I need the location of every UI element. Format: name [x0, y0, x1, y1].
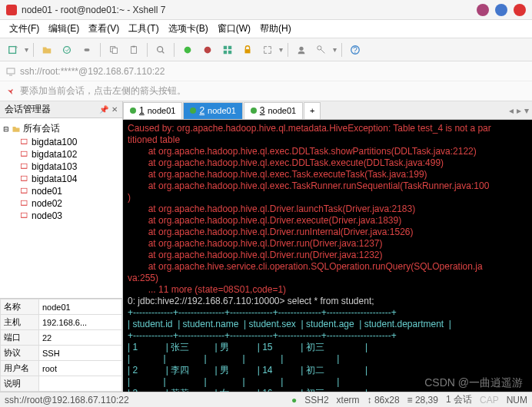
svg-point-10: [204, 46, 211, 53]
tab-list-icon[interactable]: ▾: [524, 105, 529, 116]
svg-rect-13: [224, 50, 227, 53]
status-dot-icon: [130, 108, 136, 114]
menu-window[interactable]: 窗口(W): [213, 21, 255, 37]
svg-rect-33: [22, 200, 28, 205]
copy-icon[interactable]: [105, 41, 122, 58]
session-item[interactable]: node03: [3, 210, 119, 222]
window-title: node01 - root@node01:~ - Xshell 7: [22, 5, 470, 15]
connect-icon[interactable]: [58, 41, 75, 58]
prop-key: 说明: [1, 376, 39, 392]
title-bar: node01 - root@node01:~ - Xshell 7: [0, 0, 532, 20]
prop-value: [39, 376, 122, 392]
grid-icon[interactable]: [219, 41, 236, 58]
close-panel-icon[interactable]: ✕: [111, 105, 118, 114]
tab-nav: ◂ ▸ ▾: [506, 105, 532, 116]
session-item[interactable]: bigdata104: [3, 173, 119, 185]
expand-icon[interactable]: [259, 41, 276, 58]
color1-icon[interactable]: [179, 41, 196, 58]
paste-icon[interactable]: [125, 41, 142, 58]
terminal-output[interactable]: Caused by: org.apache.hadoop.hive.ql.met…: [123, 120, 532, 392]
svg-rect-12: [228, 45, 231, 48]
profile-icon[interactable]: [293, 41, 310, 58]
prop-value: SSH: [39, 346, 122, 361]
properties-panel: 名称node01主机192.168.6...端口22协议SSH用户名root说明: [0, 298, 122, 392]
prop-value: 192.168.6...: [39, 315, 122, 330]
prop-value: node01: [39, 299, 122, 315]
tab-node01[interactable]: 1 node01: [123, 102, 182, 119]
panel-title: 会话管理器: [5, 103, 96, 116]
svg-point-7: [158, 46, 163, 51]
svg-rect-15: [245, 49, 251, 53]
status-ssh: SSH2: [304, 395, 328, 405]
dropdown-icon[interactable]: ▾: [333, 45, 337, 54]
svg-rect-31: [22, 188, 28, 193]
svg-rect-0: [9, 46, 16, 53]
session-item[interactable]: bigdata102: [3, 148, 119, 160]
help-icon[interactable]: ?: [347, 41, 364, 58]
menu-view[interactable]: 查看(V): [84, 21, 124, 37]
svg-rect-14: [228, 50, 231, 53]
menu-edit[interactable]: 编辑(E): [44, 21, 84, 37]
svg-rect-6: [132, 45, 135, 47]
menu-tabs[interactable]: 选项卡(B): [164, 21, 213, 37]
close-icon[interactable]: [514, 4, 526, 16]
pin-icon[interactable]: [6, 87, 15, 96]
status-connection: ssh://root@192.168.67.110:22: [5, 395, 129, 405]
svg-point-1: [64, 46, 71, 53]
tab-node01[interactable]: 2 node01: [183, 102, 242, 119]
svg-text:?: ?: [353, 45, 357, 54]
prop-key: 主机: [1, 315, 39, 330]
address-text[interactable]: ssh://root:*****@192.168.67.110:22: [20, 66, 165, 77]
keys-icon[interactable]: [313, 41, 330, 58]
tab-prev-icon[interactable]: ◂: [509, 105, 514, 116]
add-tab-button[interactable]: +: [304, 102, 321, 119]
search-icon[interactable]: [152, 41, 169, 58]
svg-point-16: [299, 46, 303, 50]
dropdown-icon[interactable]: ▾: [25, 45, 28, 54]
session-tree[interactable]: ⊟ 所有会话 bigdata100bigdata102bigdata103big…: [0, 118, 122, 298]
svg-rect-11: [224, 45, 227, 48]
tab-next-icon[interactable]: ▸: [517, 105, 521, 116]
tab-bar: 1 node012 node013 node01 + ◂ ▸ ▾: [123, 101, 532, 120]
session-item[interactable]: node02: [3, 197, 119, 210]
status-dot-icon: [190, 108, 196, 114]
session-item[interactable]: node01: [3, 185, 119, 197]
sidebar: 会话管理器 📌 ✕ ⊟ 所有会话 bigdata100bigdata102big…: [0, 101, 123, 392]
prop-key: 用户名: [1, 361, 39, 376]
tree-root-label: 所有会话: [23, 122, 60, 135]
menu-file[interactable]: 文件(F): [5, 21, 44, 37]
svg-rect-21: [7, 68, 15, 74]
prop-key: 协议: [1, 346, 39, 361]
status-cap: CAP: [480, 395, 499, 405]
hint-bar: 要添加当前会话，点击左侧的箭头按钮。: [0, 81, 532, 101]
color2-icon[interactable]: [199, 41, 216, 58]
pin-icon[interactable]: 📌: [99, 105, 108, 114]
menu-bar: 文件(F) 编辑(E) 查看(V) 工具(T) 选项卡(B) 窗口(W) 帮助(…: [0, 20, 532, 38]
status-term: xterm: [337, 395, 360, 405]
address-bar: ssh://root:*****@192.168.67.110:22: [0, 61, 532, 81]
svg-rect-29: [22, 176, 28, 180]
menu-tools[interactable]: 工具(T): [124, 21, 163, 37]
panel-header: 会话管理器 📌 ✕: [0, 101, 122, 118]
status-num: NUM: [507, 395, 527, 405]
app-icon: [6, 5, 17, 15]
lock-icon[interactable]: [239, 41, 256, 58]
session-item[interactable]: bigdata103: [3, 160, 119, 173]
svg-rect-23: [22, 139, 28, 144]
svg-rect-5: [131, 46, 137, 53]
maximize-icon[interactable]: [495, 4, 507, 16]
tab-node01[interactable]: 3 node01: [244, 102, 303, 119]
minimize-icon[interactable]: [477, 4, 489, 16]
new-session-icon[interactable]: [5, 41, 22, 58]
tree-root[interactable]: ⊟ 所有会话: [3, 121, 119, 136]
content-area: 1 node012 node013 node01 + ◂ ▸ ▾ Caused …: [123, 101, 532, 392]
toolbar: ▾ ▾ ▾ ?: [0, 38, 532, 61]
dropdown-icon[interactable]: ▾: [279, 45, 283, 54]
disconnect-icon[interactable]: [78, 41, 95, 58]
svg-point-9: [185, 46, 191, 53]
host-icon: [6, 67, 15, 76]
session-item[interactable]: bigdata100: [3, 136, 119, 148]
menu-help[interactable]: 帮助(H): [255, 21, 296, 37]
open-icon[interactable]: [38, 41, 55, 58]
svg-rect-27: [22, 164, 28, 168]
